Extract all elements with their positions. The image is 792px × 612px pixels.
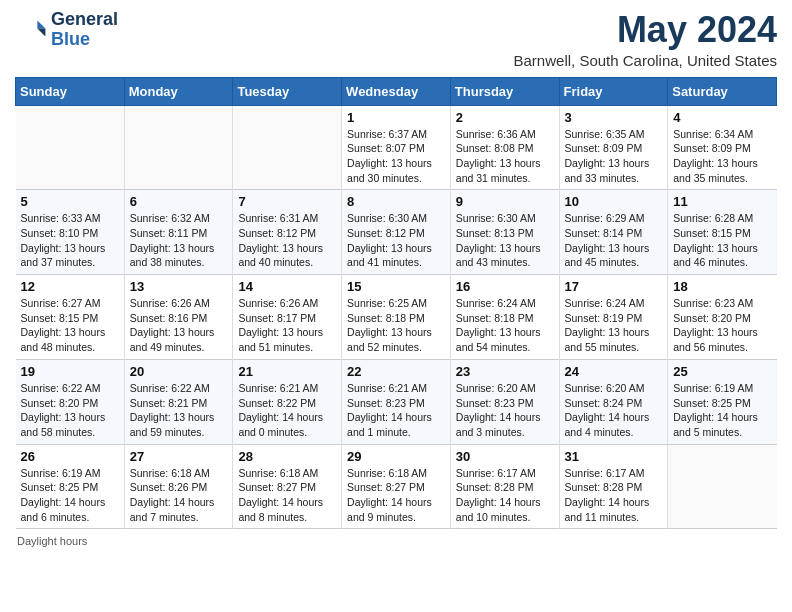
cell-info: Sunset: 8:25 PM [673,396,772,411]
calendar-cell: 30Sunrise: 6:17 AMSunset: 8:28 PMDayligh… [450,444,559,529]
cell-info: Daylight: 14 hours and 6 minutes. [21,495,120,524]
day-number: 6 [130,194,229,209]
calendar-cell: 16Sunrise: 6:24 AMSunset: 8:18 PMDayligh… [450,275,559,360]
day-number: 7 [238,194,337,209]
week-row-3: 12Sunrise: 6:27 AMSunset: 8:15 PMDayligh… [16,275,777,360]
cell-info: Sunrise: 6:31 AM [238,211,337,226]
day-number: 1 [347,110,446,125]
cell-info: Sunset: 8:20 PM [673,311,772,326]
cell-info: Daylight: 14 hours and 0 minutes. [238,410,337,439]
calendar-cell: 24Sunrise: 6:20 AMSunset: 8:24 PMDayligh… [559,359,668,444]
cell-info: Sunrise: 6:19 AM [673,381,772,396]
cell-info: Sunset: 8:18 PM [456,311,555,326]
cell-info: Sunrise: 6:29 AM [565,211,664,226]
cell-info: Daylight: 13 hours and 46 minutes. [673,241,772,270]
cell-info: Daylight: 13 hours and 31 minutes. [456,156,555,185]
cell-info: Sunset: 8:15 PM [21,311,120,326]
cell-info: Daylight: 14 hours and 9 minutes. [347,495,446,524]
day-number: 5 [21,194,120,209]
calendar-cell: 1Sunrise: 6:37 AMSunset: 8:07 PMDaylight… [342,105,451,190]
cell-info: Sunset: 8:09 PM [673,141,772,156]
header-cell-saturday: Saturday [668,77,777,105]
calendar-cell [668,444,777,529]
cell-info: Sunset: 8:08 PM [456,141,555,156]
day-number: 27 [130,449,229,464]
calendar-cell: 29Sunrise: 6:18 AMSunset: 8:27 PMDayligh… [342,444,451,529]
day-number: 29 [347,449,446,464]
calendar-cell: 28Sunrise: 6:18 AMSunset: 8:27 PMDayligh… [233,444,342,529]
cell-info: Daylight: 13 hours and 30 minutes. [347,156,446,185]
header-cell-thursday: Thursday [450,77,559,105]
cell-info: Sunrise: 6:18 AM [347,466,446,481]
cell-info: Daylight: 13 hours and 51 minutes. [238,325,337,354]
day-number: 13 [130,279,229,294]
day-number: 24 [565,364,664,379]
cell-info: Daylight: 13 hours and 58 minutes. [21,410,120,439]
header-cell-friday: Friday [559,77,668,105]
cell-info: Sunrise: 6:24 AM [565,296,664,311]
day-number: 8 [347,194,446,209]
header-row: SundayMondayTuesdayWednesdayThursdayFrid… [16,77,777,105]
day-number: 26 [21,449,120,464]
cell-info: Daylight: 14 hours and 3 minutes. [456,410,555,439]
cell-info: Daylight: 13 hours and 40 minutes. [238,241,337,270]
cell-info: Sunrise: 6:18 AM [130,466,229,481]
calendar-cell: 11Sunrise: 6:28 AMSunset: 8:15 PMDayligh… [668,190,777,275]
cell-info: Sunrise: 6:21 AM [347,381,446,396]
logo: General Blue [15,10,118,50]
cell-info: Daylight: 13 hours and 43 minutes. [456,241,555,270]
calendar-cell: 19Sunrise: 6:22 AMSunset: 8:20 PMDayligh… [16,359,125,444]
cell-info: Sunset: 8:16 PM [130,311,229,326]
day-number: 17 [565,279,664,294]
cell-info: Daylight: 13 hours and 49 minutes. [130,325,229,354]
cell-info: Sunrise: 6:21 AM [238,381,337,396]
calendar-cell [124,105,233,190]
calendar-cell: 26Sunrise: 6:19 AMSunset: 8:25 PMDayligh… [16,444,125,529]
calendar-cell [16,105,125,190]
logo-text: General Blue [51,10,118,50]
day-number: 20 [130,364,229,379]
calendar-cell: 12Sunrise: 6:27 AMSunset: 8:15 PMDayligh… [16,275,125,360]
day-number: 21 [238,364,337,379]
cell-info: Sunset: 8:11 PM [130,226,229,241]
cell-info: Sunset: 8:21 PM [130,396,229,411]
daylight-label: Daylight hours [17,535,87,547]
cell-info: Sunset: 8:24 PM [565,396,664,411]
day-number: 11 [673,194,772,209]
main-title: May 2024 [514,10,777,50]
calendar-cell: 15Sunrise: 6:25 AMSunset: 8:18 PMDayligh… [342,275,451,360]
cell-info: Sunrise: 6:30 AM [347,211,446,226]
cell-info: Sunset: 8:25 PM [21,480,120,495]
calendar-cell: 31Sunrise: 6:17 AMSunset: 8:28 PMDayligh… [559,444,668,529]
day-number: 2 [456,110,555,125]
day-number: 18 [673,279,772,294]
cell-info: Daylight: 13 hours and 55 minutes. [565,325,664,354]
calendar-table: SundayMondayTuesdayWednesdayThursdayFrid… [15,77,777,530]
cell-info: Sunset: 8:10 PM [21,226,120,241]
cell-info: Daylight: 13 hours and 33 minutes. [565,156,664,185]
cell-info: Daylight: 13 hours and 52 minutes. [347,325,446,354]
cell-info: Sunset: 8:27 PM [347,480,446,495]
week-row-5: 26Sunrise: 6:19 AMSunset: 8:25 PMDayligh… [16,444,777,529]
cell-info: Sunset: 8:18 PM [347,311,446,326]
cell-info: Sunrise: 6:26 AM [238,296,337,311]
footer: Daylight hours [15,535,777,547]
day-number: 3 [565,110,664,125]
cell-info: Sunrise: 6:33 AM [21,211,120,226]
day-number: 30 [456,449,555,464]
cell-info: Daylight: 14 hours and 4 minutes. [565,410,664,439]
cell-info: Daylight: 14 hours and 11 minutes. [565,495,664,524]
cell-info: Daylight: 13 hours and 41 minutes. [347,241,446,270]
header-cell-tuesday: Tuesday [233,77,342,105]
day-number: 28 [238,449,337,464]
cell-info: Sunrise: 6:17 AM [456,466,555,481]
day-number: 23 [456,364,555,379]
cell-info: Daylight: 14 hours and 7 minutes. [130,495,229,524]
day-number: 19 [21,364,120,379]
cell-info: Sunrise: 6:20 AM [456,381,555,396]
cell-info: Daylight: 14 hours and 10 minutes. [456,495,555,524]
calendar-cell: 3Sunrise: 6:35 AMSunset: 8:09 PMDaylight… [559,105,668,190]
day-number: 25 [673,364,772,379]
cell-info: Daylight: 14 hours and 5 minutes. [673,410,772,439]
cell-info: Sunset: 8:19 PM [565,311,664,326]
